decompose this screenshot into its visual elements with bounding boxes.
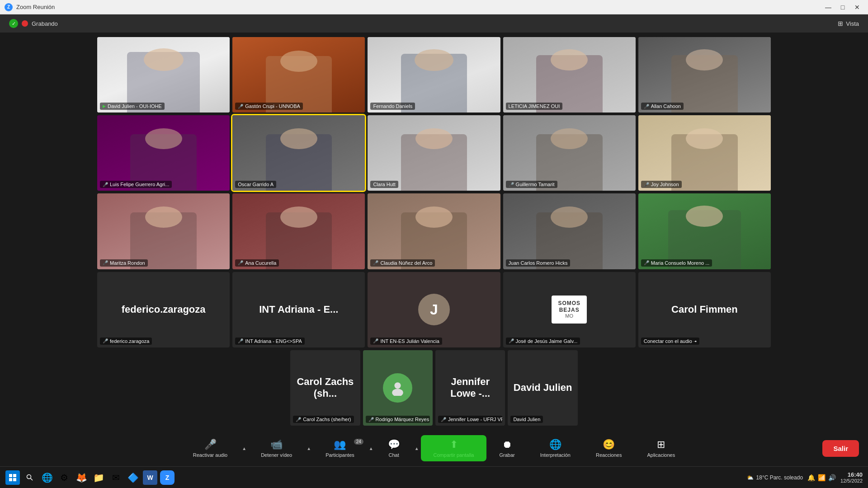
title-bar: Z Zoom Reunión — □ ✕ (0, 0, 868, 14)
video-button[interactable]: 📹 Detener vídeo (248, 435, 305, 461)
name-label-guillermo: 🎤 Guillermo Tamarit (506, 181, 557, 188)
recording-bar: ✓ Grabando ⊞ Vista (0, 14, 868, 33)
video-tile-joy[interactable]: 🎤 Joy Johnson (638, 115, 771, 191)
search-button[interactable] (23, 470, 37, 485)
interpretation-icon: 🌐 (549, 439, 561, 450)
mic-caret[interactable]: ▲ (240, 435, 248, 462)
julian-avatar: J (418, 294, 450, 325)
video-tile-julian[interactable]: J 🎤 INT EN-ES Julián Valencia (368, 272, 500, 347)
name-label-allan: 🎤 Allan Cahoon (641, 103, 684, 110)
name-label-clara: Clara Hutt (370, 181, 398, 188)
video-tile-carol-zachs[interactable]: Carol Zachs (sh... 🎤 Carol Zachs (she/he… (290, 350, 360, 426)
name-label-leticia: LETICIA JIMENEZ OUI (506, 103, 563, 110)
video-row-5: Carol Zachs (sh... 🎤 Carol Zachs (she/he… (290, 350, 578, 426)
name-label-ana: 🎤 Ana Cucurella (235, 259, 279, 267)
svg-point-6 (27, 474, 31, 479)
reactions-button[interactable]: 😊 Reacciones (583, 435, 634, 461)
start-button[interactable] (5, 470, 20, 485)
svg-rect-4 (9, 478, 12, 481)
name-label-claudia: 🎤 Claudia Núñez del Arco (370, 259, 435, 267)
mic-icon: 🎤 (204, 439, 217, 450)
video-tile-leticia[interactable]: LETICIA JIMENEZ OUI (503, 37, 636, 113)
share-screen-button[interactable]: ⬆ Compartir pantalla (421, 435, 487, 461)
participants-caret[interactable]: ▲ (367, 435, 375, 462)
video-tile-juan[interactable]: Juan Carlos Romero Hicks (503, 193, 636, 269)
video-tile-gaston[interactable]: 🎤 Gastón Crupi - UNNOBA (232, 37, 365, 113)
zoom-logo-icon: Z (5, 3, 13, 11)
video-tile-maria[interactable]: 🎤 Maria Consuelo Moreno ... (638, 193, 771, 269)
name-label-gaston: 🎤 Gastón Crupi - UNNOBA (235, 103, 303, 110)
name-label-juan: Juan Carlos Romero Hicks (506, 259, 571, 267)
video-row-2: 🎤 Luis Felipe Guerrero Agri... Oscar Gar… (97, 115, 771, 191)
close-button[interactable]: ✕ (851, 3, 863, 12)
name-label-federico: 🎤 federico.zaragoza (100, 338, 152, 345)
mail-icon[interactable]: ✉ (108, 470, 123, 485)
recording-label: Grabando (32, 20, 58, 27)
sound-icon[interactable]: 🔊 (828, 474, 836, 481)
reactions-icon: 😊 (603, 439, 615, 450)
video-icon: 📹 (270, 439, 283, 450)
firefox-icon[interactable]: 🦊 (74, 470, 89, 485)
rodrigo-avatar (383, 373, 412, 403)
video-tile-guillermo[interactable]: 🎤 Guillermo Tamarit (503, 115, 636, 191)
share-icon: ⬆ (450, 439, 458, 450)
edge-icon[interactable]: 🌐 (40, 470, 54, 485)
name-label-maria: 🎤 Maria Consuelo Moreno ... (641, 259, 712, 267)
name-label-luis: 🎤 Luis Felipe Guerrero Agri... (100, 181, 172, 188)
minimize-button[interactable]: — (822, 3, 835, 12)
video-tile-clara[interactable]: Clara Hutt (368, 115, 500, 191)
video-row-4: federico.zaragoza 🎤 federico.zaragoza IN… (97, 272, 771, 347)
video-tile-david-julien[interactable]: ▶ David Julien - OUI-IOHE (97, 37, 230, 113)
video-tile-ana[interactable]: 🎤 Ana Cucurella (232, 193, 365, 269)
video-tile-david-julien-2[interactable]: David Julien David Julien (508, 350, 577, 426)
edge2-icon[interactable]: 🔷 (126, 470, 140, 485)
video-tile-claudia[interactable]: 🎤 Claudia Núñez del Arco (368, 193, 500, 269)
name-label-julian: 🎤 INT EN-ES Julián Valencia (370, 338, 442, 345)
clock: 16:40 12/5/2022 (840, 471, 863, 483)
bluetooth-icon[interactable]: 📶 (818, 474, 826, 481)
chrome-icon[interactable]: ⚙ (57, 470, 71, 485)
weather-info: ⛅ 18°C Parc. soleado (747, 474, 803, 481)
video-tile-luis[interactable]: 🎤 Luis Felipe Guerrero Agri... (97, 115, 230, 191)
word-icon[interactable]: W (143, 470, 157, 485)
weather-icon: ⛅ (747, 474, 754, 481)
video-tile-federico[interactable]: federico.zaragoza 🎤 federico.zaragoza (97, 272, 230, 347)
record-button[interactable]: ⏺ Grabar (486, 435, 527, 461)
svg-rect-5 (13, 478, 16, 481)
video-tile-jennifer[interactable]: Jennifer Lowe -... 🎤 Jennifer Lowe - UFR… (435, 350, 505, 426)
video-caret[interactable]: ▲ (305, 435, 313, 462)
video-tile-carol-fimmen[interactable]: Carol Fimmen Conectar con el audio ·• (638, 272, 771, 347)
apps-button[interactable]: ⊞ Aplicaciones (634, 435, 688, 461)
leave-button[interactable]: Salir (822, 440, 859, 457)
video-tile-rodrigo[interactable]: 🎤 Rodrigo Márquez Reyes (363, 350, 433, 426)
name-label-maritza: 🎤 Maritza Rondon (100, 259, 148, 267)
chat-button[interactable]: 💬 Chat (375, 435, 413, 461)
name-label-david-julien-2: David Julien (510, 416, 543, 423)
files-icon[interactable]: 📁 (91, 470, 106, 485)
chat-caret[interactable]: ▲ (413, 435, 421, 462)
video-grid: ▶ David Julien - OUI-IOHE 🎤 Gastón Crupi… (0, 33, 868, 430)
svg-rect-2 (9, 474, 12, 477)
zoom-taskbar-icon[interactable]: Z (160, 470, 175, 485)
mic-button[interactable]: 🎤 Reactivar audio (180, 435, 240, 461)
notification-icon[interactable]: 🔔 (807, 474, 815, 481)
taskbar: 🌐 ⚙ 🦊 📁 ✉ 🔷 W Z ⛅ 18°C Parc. soleado 🔔 📶… (0, 466, 868, 488)
video-tile-int-adriana[interactable]: INT Adriana - E... 🎤 INT Adriana - ENG<>… (232, 272, 365, 347)
apps-icon: ⊞ (657, 439, 665, 450)
participants-button[interactable]: 👥 Participantes 24 (313, 435, 367, 461)
toolbar: 🎤 Reactivar audio ▲ 📹 Detener vídeo ▲ 👥 … (0, 430, 868, 466)
video-tile-bejas[interactable]: SOMOS BEJAS MO 🎤 José de Jesús Jaime Gal… (503, 272, 636, 347)
video-tile-allan[interactable]: 🎤 Allan Cahoon (638, 37, 771, 113)
vista-button[interactable]: ⊞ Vista (838, 20, 859, 27)
name-label-fernando: Fernando Daniels (370, 103, 415, 110)
video-tile-maritza[interactable]: 🎤 Maritza Rondon (97, 193, 230, 269)
video-row-3: 🎤 Maritza Rondon 🎤 Ana Cucurella (97, 193, 771, 269)
svg-point-1 (392, 389, 404, 396)
window-title: Zoom Reunión (16, 4, 55, 10)
name-label-oscar: Oscar Garrido A (235, 181, 276, 188)
maximize-button[interactable]: □ (836, 3, 849, 12)
name-label-bejas: 🎤 José de Jesús Jaime Galv... (506, 338, 580, 345)
interpretation-button[interactable]: 🌐 Interpretación (528, 435, 583, 461)
video-tile-oscar[interactable]: Oscar Garrido A (232, 115, 365, 191)
video-tile-fernando[interactable]: Fernando Daniels (368, 37, 500, 113)
